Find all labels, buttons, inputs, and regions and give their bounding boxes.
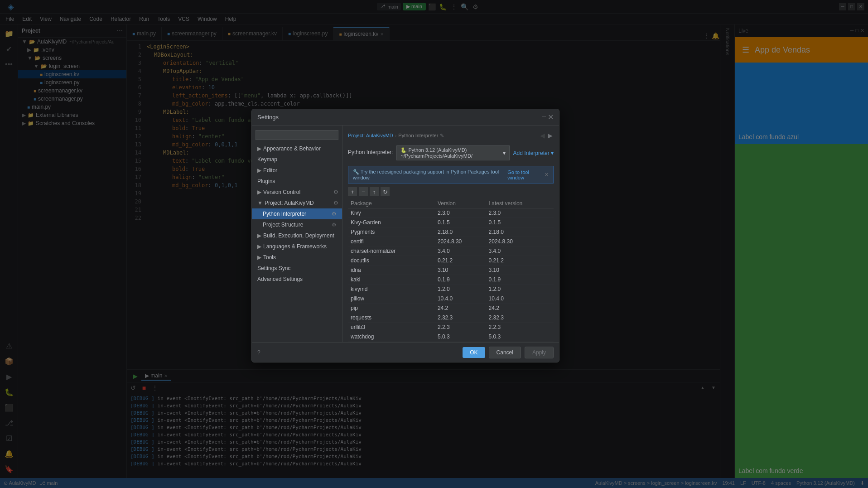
package-latest: 10.4.0 [486,294,554,304]
package-version: 0.1.9 [435,275,486,285]
package-latest: 2.3.0 [486,208,554,218]
settings-search-input[interactable] [256,130,338,140]
nav-advanced-settings[interactable]: Advanced Settings [252,274,342,285]
nav-label: Languages & Frameworks [263,243,327,250]
package-latest: 2.2.3 [486,323,554,332]
nav-label: Editor [263,167,277,174]
package-row[interactable]: urllib3 2.2.3 2.2.3 [348,323,554,332]
nav-settings-icon: ⚙ [332,211,337,217]
breadcrumb-edit-icon[interactable]: ✎ [440,133,444,139]
package-row[interactable]: pillow 10.4.0 10.4.0 [348,294,554,304]
help-icon[interactable]: ? [257,349,260,356]
nav-settings-icon: ⚙ [332,222,337,228]
nav-label: Project Structure [263,222,303,228]
nav-label: Keymap [257,156,277,163]
nav-python-interpreter[interactable]: Python Interpreter ⚙ [252,208,342,219]
nav-project-structure[interactable]: Project Structure ⚙ [252,219,342,230]
back-arrow-icon[interactable]: ◀ [539,131,546,140]
interpreter-dropdown[interactable]: 🐍 Python 3.12 (AulaKivyMD) ~/PycharmProj… [396,145,509,160]
nav-label: Project: AulaKivyMD [265,200,314,206]
package-row[interactable]: charset-normalizer 3.4.0 3.4.0 [348,246,554,256]
nav-settings-sync[interactable]: Settings Sync [252,263,342,274]
settings-dialog: Settings ─ ✕ ▶ Appearance & Behavior Key… [251,109,559,362]
nav-languages[interactable]: ▶ Languages & Frameworks [252,241,342,252]
package-row[interactable]: Pygments 2.18.0 2.18.0 [348,227,554,237]
settings-title-bar: Settings ─ ✕ [252,109,559,126]
info-banner-link[interactable]: Go to tool window [507,169,545,180]
remove-package-button[interactable]: − [359,187,368,196]
breadcrumb-section: Python Interpreter [398,133,438,138]
nav-tools[interactable]: ▶ Tools [252,252,342,263]
interpreter-selector: Python Interpreter: 🐍 Python 3.12 (AulaK… [348,145,554,160]
dropdown-arrow-icon: ▾ [503,150,506,156]
package-row[interactable]: watchdog 5.0.3 5.0.3 [348,332,554,342]
nav-settings-icon: ⚙ [333,200,338,206]
package-version: 0.1.5 [435,218,486,227]
package-version: 0.21.2 [435,256,486,266]
package-name: Kivy [348,208,435,218]
package-latest: 0.1.9 [486,275,554,285]
settings-sidebar: ▶ Appearance & Behavior Keymap ▶ Editor … [252,126,342,342]
add-package-button[interactable]: + [348,187,357,196]
expand-icon: ▶ [257,243,261,250]
nav-plugins[interactable]: Plugins [252,176,342,187]
package-row[interactable]: kivymd 1.2.0 1.2.0 [348,285,554,294]
nav-build[interactable]: ▶ Build, Execution, Deployment [252,230,342,241]
breadcrumb-root[interactable]: Project: AulaKivyMD [348,133,393,138]
settings-search-container [252,127,342,143]
apply-button[interactable]: Apply [525,347,554,358]
col-package: Package [348,199,435,208]
nav-keymap[interactable]: Keymap [252,154,342,165]
package-row[interactable]: Kivy 2.3.0 2.3.0 [348,208,554,218]
package-name: certifi [348,237,435,246]
package-row[interactable]: requests 2.32.3 2.32.3 [348,313,554,323]
upgrade-package-button[interactable]: ↑ [370,187,379,196]
package-name: kaki [348,275,435,285]
package-row[interactable]: Kivy-Garden 0.1.5 0.1.5 [348,218,554,227]
expand-icon: ▼ [257,200,263,206]
nav-version-control[interactable]: ▶ Version Control ⚙ [252,187,342,198]
expand-icon: ▶ [257,167,261,174]
nav-settings-icon: ⚙ [333,189,338,195]
package-version: 2.3.0 [435,208,486,218]
forward-arrow-icon[interactable]: ▶ [547,131,554,140]
package-latest: 2.18.0 [486,227,554,237]
package-version: 2.32.3 [435,313,486,323]
col-version: Version [435,199,486,208]
nav-appearance[interactable]: ▶ Appearance & Behavior [252,143,342,154]
nav-label: Version Control [263,189,300,195]
nav-label: Advanced Settings [257,276,303,282]
info-banner-close-icon[interactable]: ✕ [545,172,549,178]
package-row[interactable]: kaki 0.1.9 0.1.9 [348,275,554,285]
package-row[interactable]: certifi 2024.8.30 2024.8.30 [348,237,554,246]
refresh-packages-button[interactable]: ↻ [381,187,390,196]
package-row[interactable]: pip 24.2 24.2 [348,304,554,313]
package-version: 5.0.3 [435,332,486,342]
nav-label: Tools [263,254,276,261]
settings-close-icon[interactable]: ✕ [548,113,554,121]
package-latest: 3.4.0 [486,246,554,256]
settings-title-text: Settings [257,114,279,121]
package-latest: 3.10 [486,266,554,275]
col-latest: Latest version [486,199,554,208]
package-latest: 24.2 [486,304,554,313]
add-interpreter-button[interactable]: Add Interpreter ▾ [513,150,554,156]
package-version: 24.2 [435,304,486,313]
package-name: kivymd [348,285,435,294]
cancel-button[interactable]: Cancel [489,347,521,358]
package-row[interactable]: docutils 0.21.2 0.21.2 [348,256,554,266]
package-name: idna [348,266,435,275]
ok-button[interactable]: OK [463,347,485,358]
package-version: 10.4.0 [435,294,486,304]
settings-content: Project: AulaKivyMD › Python Interpreter… [342,126,559,342]
package-name: charset-normalizer [348,246,435,256]
settings-body: ▶ Appearance & Behavior Keymap ▶ Editor … [252,126,559,342]
package-version: 2024.8.30 [435,237,486,246]
breadcrumb-separator: › [395,133,397,138]
nav-editor[interactable]: ▶ Editor [252,165,342,176]
package-version: 3.10 [435,266,486,275]
package-latest: 0.1.5 [486,218,554,227]
nav-project[interactable]: ▼ Project: AulaKivyMD ⚙ [252,198,342,208]
package-row[interactable]: idna 3.10 3.10 [348,266,554,275]
settings-minimize-icon[interactable]: ─ [542,113,546,121]
